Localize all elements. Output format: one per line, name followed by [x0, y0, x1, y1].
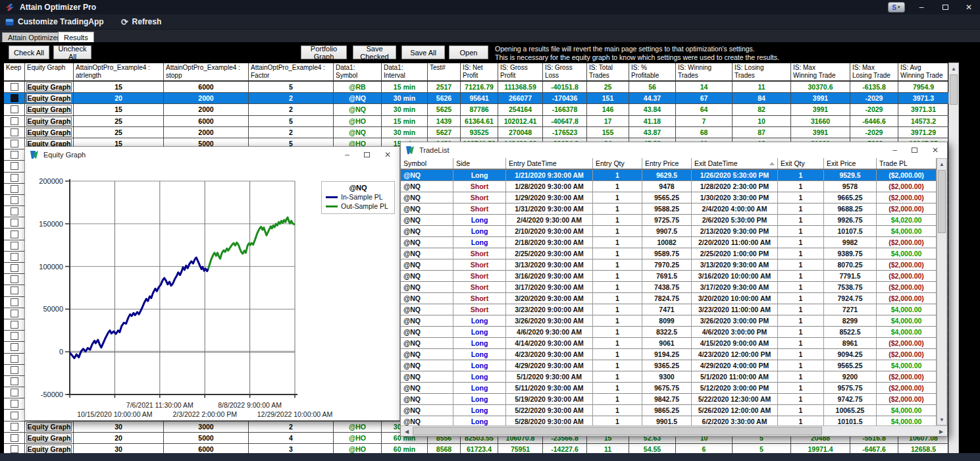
table-row[interactable]: @NQLong4/29/2020 9:30:00 AM19365.254/29/…: [401, 360, 937, 371]
keep-checkbox[interactable]: [11, 298, 18, 306]
table-row[interactable]: @NQLong2/10/2020 9:30:00 AM19907.52/13/2…: [401, 226, 937, 237]
keep-checkbox[interactable]: [11, 128, 18, 136]
keep-checkbox[interactable]: [11, 423, 18, 431]
portfolio-graph-button[interactable]: Portfolio Graph: [301, 45, 347, 59]
column-header[interactable]: Entry DateTime: [506, 158, 593, 169]
keep-checkbox[interactable]: [11, 83, 18, 91]
keep-checkbox[interactable]: [11, 105, 18, 113]
maximize-button[interactable]: [364, 151, 370, 159]
uncheck-all-button[interactable]: Uncheck All: [53, 45, 91, 59]
keep-checkbox[interactable]: [11, 434, 18, 442]
keep-checkbox[interactable]: [11, 162, 18, 170]
save-all-button[interactable]: Save All: [401, 45, 445, 59]
column-header[interactable]: Test#: [428, 63, 461, 80]
save-checked-button[interactable]: Save Checked: [353, 45, 396, 59]
column-header[interactable]: Trade PL: [877, 158, 937, 169]
column-header[interactable]: IS: MaxWinning Trade: [791, 63, 850, 80]
column-header[interactable]: Side: [453, 158, 506, 169]
column-header[interactable]: Exit DateTime: [692, 158, 778, 169]
scroll-left-icon[interactable]: ◀: [402, 427, 411, 436]
scroll-up-icon[interactable]: ▲: [949, 64, 958, 73]
equity-graph-button[interactable]: Equity Graph: [26, 433, 72, 443]
table-row[interactable]: @NQLong1/21/2020 9:30:00 AM19629.51/26/2…: [401, 170, 937, 181]
column-header[interactable]: Keep: [4, 63, 25, 80]
keep-checkbox[interactable]: [11, 117, 18, 125]
tab-results[interactable]: Results: [58, 32, 94, 42]
column-header[interactable]: AttainOptPro_Example4 :atrlength: [74, 63, 164, 80]
column-header[interactable]: Entry Price: [642, 158, 692, 169]
keep-checkbox[interactable]: [11, 174, 18, 182]
keep-checkbox[interactable]: [11, 412, 18, 420]
table-row[interactable]: @NQShort3/20/2020 9:30:00 AM17824.753/20…: [401, 293, 937, 304]
scrollbar-thumb[interactable]: [413, 427, 822, 435]
minimize-button[interactable]: –: [892, 146, 897, 154]
table-row[interactable]: Equity Graph1560005@RB15 min251771216.79…: [4, 82, 948, 93]
scroll-right-icon[interactable]: ▶: [937, 427, 946, 436]
column-header[interactable]: IS: AvgWinning Trade: [898, 63, 949, 80]
scrollbar-thumb[interactable]: [950, 74, 958, 105]
equity-graph-button[interactable]: Equity Graph: [26, 422, 72, 431]
check-all-button[interactable]: Check All: [9, 45, 49, 59]
table-row[interactable]: @NQShort3/13/2020 9:30:00 AM17970.253/13…: [401, 259, 937, 271]
keep-checkbox[interactable]: [11, 332, 18, 340]
column-header[interactable]: IS: LosingTrades: [733, 63, 791, 80]
table-row[interactable]: @NQLong4/14/2020 9:30:00 AM190614/15/202…: [401, 338, 937, 349]
keep-checkbox[interactable]: [11, 140, 18, 148]
table-row[interactable]: @NQShort2/25/2020 9:30:00 AM19589.752/25…: [401, 248, 937, 259]
results-grid-vertical-scrollbar[interactable]: ▲: [948, 63, 959, 453]
maximize-button[interactable]: [938, 0, 952, 14]
column-header[interactable]: Symbol: [401, 158, 453, 169]
table-row[interactable]: @NQLong5/1/2020 9:30:00 AM193005/1/2020 …: [401, 371, 937, 383]
open-button[interactable]: Open: [449, 45, 488, 59]
keep-checkbox[interactable]: [11, 343, 18, 351]
column-header[interactable]: IS: WinningTrades: [676, 63, 733, 80]
style-dropdown-button[interactable]: S▼: [888, 2, 905, 13]
keep-checkbox[interactable]: [11, 400, 18, 408]
table-row[interactable]: @NQLong3/26/2020 9:30:00 AM180993/26/202…: [401, 315, 937, 327]
equity-graph-button[interactable]: Equity Graph: [26, 105, 72, 114]
column-header[interactable]: AttainOptPro_Example4 :Factor: [249, 63, 334, 80]
table-row[interactable]: Equity Graph2520002@NQ30 min562793525270…: [4, 127, 948, 138]
tradelist-vertical-scrollbar[interactable]: ▲ ▼: [937, 158, 947, 425]
column-header[interactable]: IS: NetProfit: [461, 63, 498, 80]
column-header[interactable]: IS: GrossLoss: [543, 63, 587, 80]
keep-checkbox[interactable]: [11, 219, 18, 227]
minimize-button[interactable]: –: [345, 151, 349, 159]
table-row[interactable]: @NQLong4/6/2020 9:30:00 AM18322.54/6/202…: [401, 327, 937, 338]
keep-checkbox[interactable]: [11, 366, 18, 374]
equity-graph-button[interactable]: Equity Graph: [26, 94, 72, 103]
keep-checkbox[interactable]: [11, 275, 18, 283]
table-row[interactable]: @NQShort3/23/2020 9:00:00 AM174713/23/20…: [401, 304, 937, 315]
keep-checkbox[interactable]: [11, 321, 18, 329]
titlebar[interactable]: Attain Optimizer Pro S▼ – ✕: [0, 0, 980, 14]
table-row[interactable]: @NQShort1/28/2020 9:30:00 AM194781/28/20…: [401, 181, 937, 192]
column-header[interactable]: Exit Price: [824, 158, 877, 169]
table-row[interactable]: @NQLong5/22/2020 9:30:00 AM19865.255/26/…: [401, 405, 937, 416]
column-header[interactable]: IS: GrossProfit: [498, 63, 543, 80]
table-row[interactable]: Equity Graph1520002@NQ30 min562587786254…: [4, 104, 948, 115]
scrollbar-thumb[interactable]: [938, 170, 946, 233]
keep-checkbox[interactable]: [11, 242, 18, 250]
column-header[interactable]: Entry Qty: [593, 158, 642, 169]
keep-checkbox[interactable]: [11, 264, 18, 272]
close-button[interactable]: ✕: [962, 0, 976, 14]
tradelist-horizontal-scrollbar[interactable]: ◀ ▶: [401, 425, 947, 436]
close-button[interactable]: ✕: [384, 151, 391, 159]
equity-graph-button[interactable]: Equity Graph: [26, 128, 72, 137]
keep-checkbox[interactable]: [11, 377, 18, 385]
keep-checkbox[interactable]: [11, 230, 18, 238]
column-header[interactable]: IS: MaxLosing Trade: [850, 63, 898, 80]
keep-checkbox[interactable]: [11, 445, 18, 453]
table-row[interactable]: @NQLong2/18/2020 9:30:00 AM1100822/20/20…: [401, 237, 937, 248]
keep-checkbox[interactable]: [11, 286, 18, 294]
scroll-up-icon[interactable]: ▲: [937, 159, 946, 169]
menu-refresh[interactable]: ⟳ Refresh: [121, 17, 162, 26]
column-header[interactable]: Data1:Symbol: [334, 63, 382, 80]
keep-checkbox[interactable]: [11, 207, 18, 215]
table-row[interactable]: Equity Graph3060003@HO60 min856861723.47…: [4, 444, 948, 453]
column-header[interactable]: IS: TotalTrades: [587, 63, 629, 80]
minimize-button[interactable]: –: [914, 0, 929, 14]
scroll-down-icon[interactable]: ▼: [937, 415, 946, 424]
table-row[interactable]: @NQLong5/11/2020 9:30:00 AM19675.755/12/…: [401, 383, 937, 394]
table-row[interactable]: @NQLong4/23/2020 9:30:00 AM19194.254/23/…: [401, 349, 937, 360]
